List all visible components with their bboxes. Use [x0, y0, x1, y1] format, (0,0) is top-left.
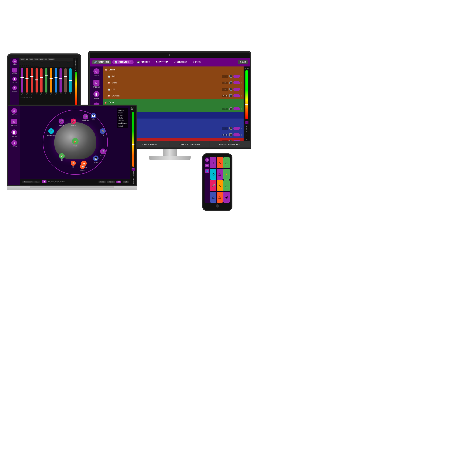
grid-cell[interactable]: 🔸	[223, 169, 230, 180]
fader-handle[interactable]	[35, 80, 38, 80]
channel-menu[interactable]: ≡	[241, 82, 242, 84]
grid-cell[interactable]: △	[217, 192, 223, 203]
channel-knob[interactable]	[229, 94, 232, 97]
sidebar-faders[interactable]: ⊟ FADERS	[93, 80, 100, 88]
fader-handle[interactable]	[45, 75, 48, 76]
instrument-node-leadvoc[interactable]: 🎤 LeadVoc	[82, 114, 88, 121]
master-vol-fader[interactable]	[75, 72, 77, 107]
ipad-config[interactable]: ⚙ CONFIG	[12, 85, 17, 92]
fader-handle[interactable]	[25, 78, 29, 79]
ipad-tab[interactable]: Init	[26, 58, 29, 60]
fader-handle[interactable]	[50, 78, 53, 79]
grid-cell[interactable]: ◉	[223, 192, 230, 203]
channel-toggle[interactable]	[233, 81, 240, 84]
channel-menu[interactable]: ≡	[241, 108, 242, 110]
laptop-fader-handle[interactable]	[132, 144, 135, 145]
channel-knob[interactable]	[229, 81, 232, 84]
laptop-stage[interactable]: ◎ STAGE	[11, 108, 17, 116]
laptop-meter[interactable]: ▊ METER	[11, 129, 17, 137]
ipad-tab[interactable]: Props	[34, 58, 39, 60]
channel-menu[interactable]: ≡	[241, 127, 242, 130]
ipad-tab[interactable]: Monks	[20, 58, 25, 60]
fader-track[interactable]	[69, 68, 72, 92]
stereo-btn[interactable]: stereo	[107, 181, 115, 183]
nav-routing-btn[interactable]: ✕ ROUTING	[171, 60, 189, 64]
channel-toggle[interactable]	[233, 133, 240, 136]
fader-track[interactable]	[26, 68, 28, 92]
iphone-stage-icon[interactable]: ◎	[205, 158, 209, 162]
fader-track[interactable]	[50, 68, 52, 92]
ipad-stage[interactable]: ◎ STAGE	[12, 59, 17, 66]
paste-meta-to-all-btn[interactable]: Paste META to ALL users	[210, 141, 250, 147]
fader-handle[interactable]	[20, 77, 24, 78]
fader-handle[interactable]	[40, 77, 43, 78]
fader-track[interactable]	[40, 68, 43, 92]
table-row[interactable]: 🥁 HH 3 ≡	[103, 86, 244, 92]
fader-track[interactable]	[21, 68, 23, 92]
instrument-node-bass-center[interactable]: 🎸 Bass	[72, 138, 79, 147]
instrument-node-snare[interactable]: 🥁 Snare	[80, 164, 85, 171]
nav-connect-btn[interactable]: 🔗 CONNECT	[92, 60, 111, 64]
ild-btn[interactable]: ILD	[123, 181, 129, 183]
grid-cell[interactable]: ◇	[210, 169, 216, 180]
instrument-node-bvocb[interactable]: 🎤 BVoc B	[71, 119, 76, 126]
channel-toggle[interactable]	[233, 127, 240, 130]
sidebar-meter[interactable]: ▊ METER	[93, 91, 100, 99]
instrument-node-keys-bot[interactable]: 🎹 Keys	[93, 155, 99, 163]
table-row[interactable]: 🥁 Drumset 4 + 5 ≡	[103, 92, 244, 99]
nav-channels-btn[interactable]: 📊 CHANNELS	[112, 60, 134, 64]
grid-cell[interactable]: ◎	[210, 157, 216, 168]
laptop-master-fader-track[interactable]	[132, 112, 134, 167]
laptop-config[interactable]: ⚙ CONFIG	[11, 140, 17, 148]
iphone-faders-icon[interactable]: ⊟	[205, 164, 209, 167]
fader-track[interactable]	[45, 68, 47, 92]
demo-song-select[interactable]: choose demo song...	[22, 181, 40, 183]
nav-info-btn[interactable]: ? INFO	[190, 60, 203, 64]
laptop-faders[interactable]: ⊟ FADERS	[11, 119, 17, 126]
ipad-meter[interactable]: ▊ METER	[12, 77, 17, 83]
grid-cell[interactable]: △	[223, 180, 230, 191]
mono-btn[interactable]: mono	[99, 181, 105, 183]
fader-handle[interactable]	[69, 80, 72, 81]
fader-track[interactable]	[31, 68, 33, 92]
master-down-arrow[interactable]: ▽	[245, 121, 248, 124]
fader-track[interactable]	[55, 68, 57, 92]
channel-knob[interactable]	[229, 75, 232, 78]
instrument-node-ambience[interactable]: 🎵 Ambience	[47, 128, 55, 136]
channel-knob[interactable]	[229, 88, 232, 91]
ipad-tab[interactable]: STNK	[39, 58, 44, 60]
channel-toggle[interactable]	[233, 94, 240, 97]
table-row[interactable]: 🥁 Kick 1 ≡	[103, 73, 244, 80]
sidebar-stage[interactable]: ◎ STAGE	[93, 68, 100, 76]
channel-menu[interactable]: ≡	[241, 134, 242, 136]
grid-cell[interactable]: 🎤	[210, 180, 216, 191]
fader-handle[interactable]	[64, 76, 67, 77]
list-item[interactable]: Drums	[118, 109, 127, 112]
channel-toggle[interactable]	[233, 75, 240, 78]
grid-cell[interactable]: △	[223, 157, 230, 168]
channel-menu[interactable]: ≡	[241, 75, 242, 78]
grid-cell[interactable]: △	[217, 169, 223, 180]
fader-handle[interactable]	[54, 77, 58, 78]
paste-this-to-all-btn[interactable]: Paste THIS to ALL users	[170, 141, 210, 147]
iphone-people-icon[interactable]: 👥	[205, 169, 209, 173]
channel-toggle[interactable]	[233, 107, 240, 110]
fader-handle[interactable]	[59, 78, 62, 79]
instrument-node-bvoca[interactable]: 🎤 BVoc A	[59, 119, 64, 126]
instrument-node-keys-top[interactable]: 🎹 Keys	[91, 113, 96, 121]
grid-cell[interactable]: △	[217, 180, 223, 191]
channel-menu[interactable]: ≡	[241, 95, 242, 97]
list-item[interactable]: Ambience	[118, 122, 127, 124]
instrument-node-git[interactable]: 🎸 Git	[59, 153, 65, 161]
list-item[interactable]: Guitar	[118, 117, 127, 119]
channel-knob[interactable]	[229, 133, 232, 136]
grid-cell[interactable]: △	[217, 157, 223, 168]
nav-preset-btn[interactable]: 💾 PRESET	[135, 60, 152, 64]
grid-cell[interactable]: △	[210, 192, 216, 203]
iphone-home-button[interactable]	[216, 204, 219, 207]
ipad-tab[interactable]: FX	[44, 58, 47, 60]
channel-toggle[interactable]	[233, 88, 240, 91]
channel-knob[interactable]	[229, 107, 232, 110]
table-row[interactable]: 🥁 Drums	[103, 67, 244, 73]
fader-track[interactable]	[60, 68, 62, 92]
